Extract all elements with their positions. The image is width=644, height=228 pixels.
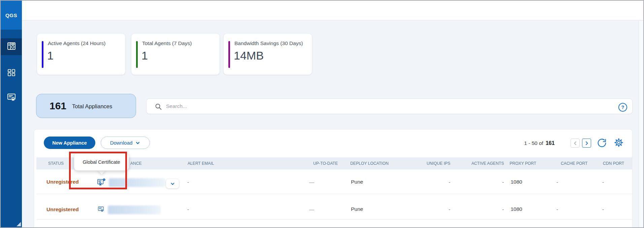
column-header-status[interactable]: STATUS	[48, 161, 65, 166]
module-picker-corner-icon[interactable]	[17, 222, 21, 226]
dashboard-grid-icon	[6, 68, 17, 79]
column-header-proxy-port[interactable]: PROXY PORT	[510, 161, 539, 166]
cdn-port-value: -	[602, 206, 604, 212]
deploy-location-value: Pune	[351, 206, 363, 212]
chevron-left-icon	[573, 141, 578, 146]
pagination-total: 161	[546, 140, 555, 146]
column-header-appliance[interactable]: ANCE	[130, 161, 143, 166]
new-appliance-button[interactable]: New Appliance	[44, 137, 95, 149]
chevron-down-icon	[135, 140, 140, 146]
column-header-unique-ips[interactable]: UNIQUE IPS	[407, 161, 450, 166]
total-appliances-label: Total Appliances	[72, 103, 112, 110]
active-agents-value: -	[470, 206, 504, 212]
search-bar	[146, 99, 633, 114]
gear-icon	[614, 138, 624, 148]
cache-port-value: -	[556, 206, 558, 212]
alert-email-value: -	[187, 179, 189, 185]
stat-card-value: 1	[47, 49, 54, 62]
search-input[interactable]	[166, 99, 611, 113]
proxy-port-value: 1080	[511, 179, 522, 185]
stat-card-active-agents: Active Agents (24 Hours) 1	[37, 34, 125, 75]
pagination-status: 1 - 50 of161	[524, 140, 555, 146]
active-agents-value: -	[470, 179, 504, 185]
card-accent-bar	[228, 41, 230, 68]
stat-card-label: Active Agents (24 Hours)	[48, 40, 105, 46]
column-header-cache-port[interactable]: CACHE PORT	[561, 161, 590, 166]
stat-card-value: 1	[141, 49, 148, 62]
status-badge: Unregistered	[46, 206, 79, 213]
stat-card-value: 14MB	[234, 49, 264, 62]
card-accent-bar	[42, 41, 43, 68]
certificate-icon	[6, 92, 17, 103]
column-header-active-agents[interactable]: ACTIVE AGENTS	[453, 161, 504, 166]
stat-card-total-agents: Total Agents (7 Days) 1	[131, 34, 220, 75]
stat-card-bandwidth-savings: Bandwidth Savings (30 Days) 14MB	[224, 34, 312, 75]
chevron-right-icon	[584, 141, 589, 146]
cdn-port-value: -	[602, 179, 604, 185]
stat-card-label: Bandwidth Savings (30 Days)	[234, 40, 303, 46]
refresh-button[interactable]	[597, 138, 607, 148]
qgs-logo[interactable]: QGS	[1, 1, 22, 30]
up-to-date-value: —	[309, 206, 314, 212]
download-button[interactable]: Download	[101, 137, 150, 149]
sidebar-item-certificates[interactable]	[1, 89, 22, 106]
top-bar	[22, 1, 643, 21]
up-to-date-value: —	[309, 179, 314, 185]
row-divider	[36, 219, 633, 220]
redacted-appliance-name	[108, 205, 161, 214]
total-appliances-filter[interactable]: 161 Total Appliances	[36, 94, 136, 118]
row-divider	[36, 194, 633, 194]
cache-port-value: -	[556, 179, 558, 185]
settings-button[interactable]	[614, 138, 624, 148]
refresh-icon	[597, 138, 607, 148]
column-header-cdn-port[interactable]: CDN PORT	[603, 161, 632, 166]
unique-ips-value: -	[417, 179, 450, 185]
card-accent-bar	[136, 41, 138, 68]
unique-ips-value: -	[417, 206, 450, 212]
appliance-icon	[6, 41, 17, 52]
column-header-deploy-location[interactable]: DEPLOY LOCATION	[350, 161, 393, 166]
row-actions-dropdown[interactable]	[166, 179, 179, 188]
annotation-highlight-rectangle	[69, 152, 127, 189]
sidebar-item-appliances[interactable]	[1, 38, 22, 55]
alert-email-value: -	[187, 206, 189, 212]
column-header-up-to-date[interactable]: UP-TO-DATE	[313, 161, 341, 166]
chevron-down-icon	[170, 181, 175, 187]
total-appliances-count: 161	[50, 100, 66, 112]
sidebar-item-dashboard[interactable]	[1, 65, 22, 82]
previous-page-button[interactable]	[571, 139, 580, 148]
stat-card-label: Total Agents (7 Days)	[142, 40, 192, 46]
proxy-port-value: 1080	[511, 206, 522, 212]
vertical-scrollbar[interactable]	[639, 21, 643, 227]
search-icon	[155, 103, 162, 110]
deploy-location-value: Pune	[351, 179, 363, 185]
next-page-button[interactable]	[582, 139, 591, 148]
help-icon[interactable]: ?	[618, 103, 627, 112]
column-header-alert-email[interactable]: ALERT EMAIL	[188, 161, 217, 166]
sidebar: QGS	[1, 1, 22, 227]
certificate-icon[interactable]	[97, 205, 104, 214]
